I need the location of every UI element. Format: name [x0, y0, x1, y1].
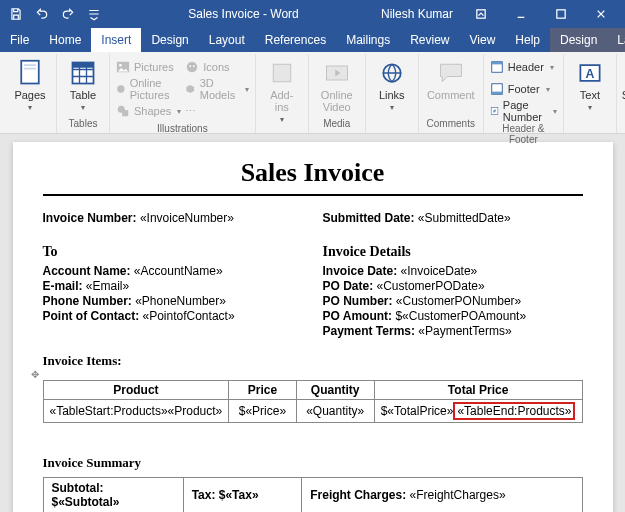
group-tables: Table ▾ Tables	[57, 54, 110, 133]
ribbon-display-button[interactable]	[461, 0, 501, 28]
invdate-line: Invoice Date: «InvoiceDate»	[323, 264, 583, 278]
comment-icon	[437, 59, 465, 87]
addin-icon	[268, 59, 296, 87]
text-button[interactable]: A Text ▾	[570, 57, 610, 112]
shapes-label: Shapes	[134, 105, 171, 117]
chevron-down-icon: ▾	[390, 103, 394, 112]
td-price: $«Price»	[229, 400, 296, 423]
th-total: Total Price	[374, 381, 582, 400]
svg-rect-6	[24, 64, 36, 66]
ribbon: Pages ▾ Table ▾ Tables Pictures Online P…	[0, 52, 625, 134]
title-bar: Sales Invoice - Word Nilesh Kumar	[0, 0, 625, 28]
close-button[interactable]	[581, 0, 621, 28]
save-button[interactable]	[4, 3, 28, 25]
summary-heading: Invoice Summary	[43, 455, 583, 471]
group-label-pages	[10, 116, 50, 131]
podate-line: PO Date: «CustomerPODate»	[323, 279, 583, 293]
th-price: Price	[229, 381, 296, 400]
table-button[interactable]: Table ▾	[63, 57, 103, 112]
to-heading: To	[43, 244, 303, 260]
page-number-button[interactable]: #Page Number▾	[490, 101, 557, 121]
table-move-handle-icon[interactable]: ✥	[31, 369, 583, 380]
svg-rect-24	[492, 92, 503, 95]
svg-rect-14	[122, 110, 128, 116]
pictures-button[interactable]: Pictures	[116, 57, 181, 77]
phone-line: Phone Number: «PhoneNumber»	[43, 294, 303, 308]
footer-label: Footer	[508, 83, 540, 95]
page-number-icon: #	[490, 104, 499, 118]
td-tax: Tax: $«Tax»	[183, 478, 302, 513]
group-links: Links ▾	[366, 54, 419, 133]
td-freight: Freight Charges: «FreightCharges»	[302, 478, 582, 513]
header-label: Header	[508, 61, 544, 73]
account-button[interactable]: Nilesh Kumar	[381, 7, 453, 21]
group-text: A Text ▾	[564, 54, 617, 133]
svg-point-11	[119, 64, 122, 67]
tab-insert[interactable]: Insert	[91, 28, 141, 52]
tab-review[interactable]: Review	[400, 28, 459, 52]
link-icon	[378, 59, 406, 87]
addins-button[interactable]: Add- ins ▾	[262, 57, 302, 124]
page-number-label: Page Number	[503, 99, 547, 123]
more-illustrations-button[interactable]: ⋯	[185, 101, 248, 121]
textbox-icon: A	[576, 59, 604, 87]
video-icon	[323, 59, 351, 87]
window-title: Sales Invoice - Word	[106, 7, 381, 21]
minimize-button[interactable]	[501, 0, 541, 28]
comment-button[interactable]: Comment	[425, 57, 477, 101]
links-button[interactable]: Links ▾	[372, 57, 412, 112]
cube-icon	[185, 82, 195, 96]
pages-label: Pages	[14, 89, 45, 101]
undo-button[interactable]	[30, 3, 54, 25]
table-icon	[69, 59, 97, 87]
tab-layout[interactable]: Layout	[199, 28, 255, 52]
invoice-summary-table: Subtotal: $«Subtotal» Tax: $«Tax» Freigh…	[43, 477, 583, 512]
text-label: Text	[580, 89, 600, 101]
footer-button[interactable]: Footer▾	[490, 79, 557, 99]
header-button[interactable]: Header▾	[490, 57, 557, 77]
tab-file[interactable]: File	[0, 28, 39, 52]
td-quantity: «Quantity»	[296, 400, 374, 423]
tab-table-layout[interactable]: Layout	[607, 28, 625, 52]
group-label-tables: Tables	[63, 116, 103, 131]
footer-icon	[490, 82, 504, 96]
tab-design[interactable]: Design	[141, 28, 198, 52]
3d-models-button[interactable]: 3D Models▾	[185, 79, 248, 99]
icons-button[interactable]: Icons	[185, 57, 248, 77]
tab-table-design[interactable]: Design	[550, 28, 607, 52]
chevron-down-icon: ▾	[588, 103, 592, 112]
tab-references[interactable]: References	[255, 28, 336, 52]
svg-point-17	[193, 65, 195, 67]
svg-rect-9	[73, 63, 94, 68]
group-label-media: Media	[315, 116, 359, 131]
tab-help[interactable]: Help	[505, 28, 550, 52]
tab-view[interactable]: View	[460, 28, 506, 52]
poc-line: Point of Contact: «PointofContact»	[43, 309, 303, 323]
shapes-button[interactable]: Shapes▾	[116, 101, 181, 121]
group-symbols: Ω Symbols ▾	[617, 54, 625, 133]
icons-label: Icons	[203, 61, 229, 73]
redo-button[interactable]	[56, 3, 80, 25]
group-header-footer: Header▾ Footer▾ #Page Number▾ Header & F…	[484, 54, 564, 133]
invoice-number-line: Invoice Number: «InvoiceNumber»	[43, 211, 303, 225]
doc-title: Sales Invoice	[43, 158, 583, 188]
items-heading: Invoice Items:	[43, 353, 583, 369]
tab-home[interactable]: Home	[39, 28, 91, 52]
svg-rect-18	[273, 64, 291, 82]
maximize-button[interactable]	[541, 0, 581, 28]
online-pictures-button[interactable]: Online Pictures	[116, 79, 181, 99]
shapes-icon	[116, 104, 130, 118]
qat-customize-button[interactable]	[82, 3, 106, 25]
online-picture-icon	[116, 82, 126, 96]
td-total: $«TotalPrice»«TableEnd:Products»	[374, 400, 582, 423]
picture-icon	[116, 60, 130, 74]
submitted-date-line: Submitted Date: «SubmittedDate»	[323, 211, 583, 225]
chevron-down-icon: ▾	[81, 103, 85, 112]
group-illustrations: Pictures Online Pictures Shapes▾ Icons 3…	[110, 54, 256, 133]
tab-mailings[interactable]: Mailings	[336, 28, 400, 52]
online-video-button[interactable]: Online Video	[315, 57, 359, 113]
table-header-row: Product Price Quantity Total Price	[43, 381, 582, 400]
svg-point-15	[187, 62, 198, 73]
pages-button[interactable]: Pages ▾	[10, 57, 50, 112]
document-area[interactable]: Sales Invoice Invoice Number: «InvoiceNu…	[0, 134, 625, 512]
